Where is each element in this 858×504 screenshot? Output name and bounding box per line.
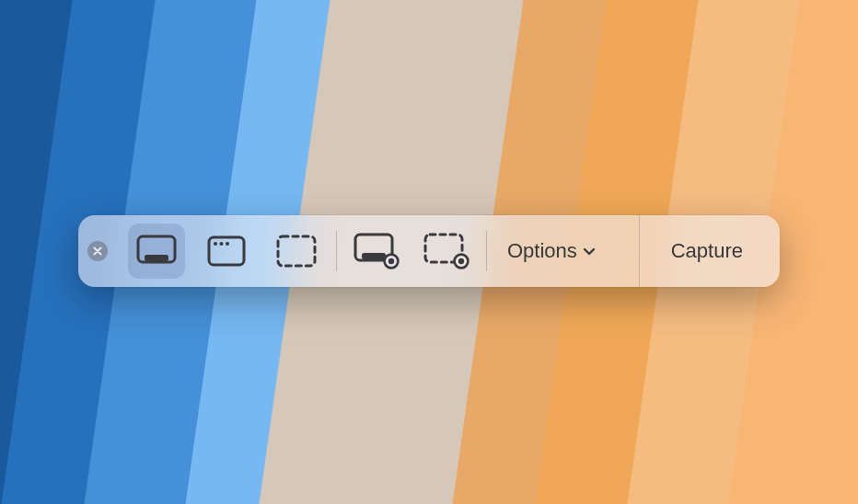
capture-button[interactable]: Capture [640, 215, 774, 287]
svg-rect-2 [209, 237, 244, 265]
close-icon [92, 246, 103, 257]
svg-rect-6 [278, 236, 315, 266]
capture-window-button[interactable] [198, 223, 255, 279]
record-mode-group [341, 223, 482, 279]
svg-rect-8 [362, 253, 386, 259]
svg-point-11 [388, 258, 394, 264]
close-button[interactable] [87, 241, 108, 261]
svg-point-4 [220, 242, 224, 246]
record-entire-screen-button[interactable] [348, 223, 405, 279]
divider [486, 231, 487, 271]
capture-label: Capture [671, 239, 743, 263]
screenshot-toolbar: Options Capture [78, 215, 780, 287]
svg-rect-1 [145, 255, 168, 261]
capture-entire-screen-icon [136, 235, 177, 268]
capture-window-icon [207, 235, 246, 267]
svg-point-3 [214, 242, 217, 246]
record-selection-icon [423, 233, 470, 269]
capture-mode-group [121, 223, 332, 279]
chevron-down-icon [583, 247, 596, 256]
capture-selection-button[interactable] [268, 223, 325, 279]
svg-point-5 [226, 242, 229, 246]
record-entire-screen-icon [354, 233, 400, 269]
capture-selection-icon [276, 235, 317, 268]
record-selection-button[interactable] [418, 223, 475, 279]
options-label: Options [507, 239, 577, 263]
svg-point-15 [458, 258, 464, 264]
options-button[interactable]: Options [491, 223, 612, 279]
capture-entire-screen-button[interactable] [128, 223, 185, 279]
divider [336, 231, 337, 271]
